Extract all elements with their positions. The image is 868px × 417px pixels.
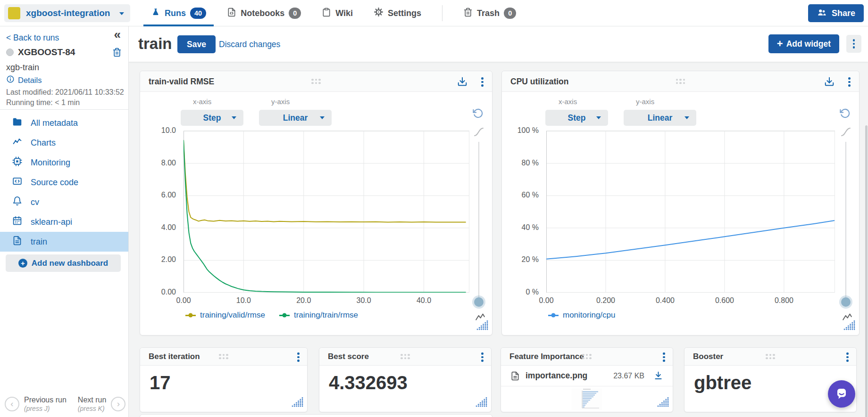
sidebar-item-all-metadata[interactable]: All metadata [0,113,128,133]
chat-bubble-button[interactable] [828,380,855,408]
y-axis-label: y-axis [271,98,290,106]
notebooks-count-badge: 0 [289,8,301,19]
project-logo [8,7,20,19]
widget-menu-icon[interactable] [479,75,485,89]
trash-count-badge: 0 [504,8,516,19]
chevron-down-icon [596,116,601,120]
collapse-sidebar-icon[interactable]: « [114,28,121,41]
resize-handle-icon[interactable] [475,397,487,409]
plus-icon: + [777,39,783,49]
series-line [184,140,466,222]
y-axis-select[interactable]: Linear [624,110,696,126]
run-name: xgb-train [6,63,39,73]
chart-legend: training/valid/rmsetraining/train/rmse [185,311,358,320]
zoom-slider-handle[interactable] [474,297,484,307]
smoothing-curve-icon[interactable] [473,127,484,137]
download-icon[interactable] [653,371,663,381]
legend-marker [548,315,559,316]
drag-handle-icon[interactable] [676,79,685,84]
chart-canvas[interactable] [546,131,835,293]
smoothing-curve-icon[interactable] [840,127,851,137]
reset-zoom-icon[interactable] [840,108,851,119]
sidebar-item-cv[interactable]: cv [0,192,128,212]
tab-wiki[interactable]: Wiki [322,0,353,26]
discard-changes-link[interactable]: Discard changes [219,40,280,49]
chevron-down-icon [684,116,690,120]
sidebar-item-train[interactable]: train [0,232,128,252]
add-new-dashboard-button[interactable]: + Add new dashboard [6,254,121,272]
plus-circle-icon: + [18,259,27,268]
sidebar-item-label: sklearn-api [31,217,72,227]
widget-menu-icon[interactable] [295,351,301,364]
widget-title: Booster [693,352,723,361]
previous-run-button[interactable]: ‹ [5,397,19,411]
tab-notebooks[interactable]: Notebooks 0 [227,0,301,26]
drag-handle-icon[interactable] [219,354,228,360]
widget-header: Best score [319,348,491,366]
folder-icon [12,117,22,129]
flask-icon [151,8,160,19]
sidebar-item-monitoring[interactable]: Monitoring [0,153,128,172]
tab-runs[interactable]: Runs 40 [151,0,206,26]
sidebar-item-label: train [31,237,47,247]
back-to-runs-link[interactable]: < Back to runs [6,33,59,43]
resize-handle-icon[interactable] [291,397,303,409]
download-icon[interactable] [457,76,467,87]
zoom-slider-handle[interactable] [841,297,851,307]
next-run-button[interactable]: › [111,397,125,411]
sidebar-item-label: Charts [31,138,56,148]
x-tick-label: 0.00 [176,296,191,305]
x-axis-select[interactable]: Step [545,110,608,126]
run-sidebar: < Back to runs « XGBOOST-84 xgb-train De… [0,26,129,417]
series-line [546,221,835,259]
drag-handle-icon[interactable] [311,79,321,84]
people-icon [817,8,827,19]
x-tick-label: 0.400 [656,296,675,305]
widget-title: Feature Importance [509,352,584,361]
resize-handle-icon[interactable] [843,320,855,332]
details-link[interactable]: Details [6,75,42,85]
widget-menu-icon[interactable] [661,351,667,364]
zoom-slider-track[interactable] [845,142,846,302]
x-axis-select[interactable]: Step [181,110,243,126]
y-axis-select[interactable]: Linear [259,110,332,126]
y-tick-label: 0 % [526,288,539,296]
reset-zoom-icon[interactable] [473,108,484,119]
drag-handle-icon[interactable] [766,354,775,360]
sidebar-item-source-code[interactable]: Source code [0,172,128,192]
tab-trash[interactable]: Trash 0 [463,0,516,26]
legend-item[interactable]: training/valid/rmse [185,311,265,320]
dashboard-menu-button[interactable] [846,35,861,53]
legend-label: monitoring/cpu [563,311,616,320]
sidebar-item-charts[interactable]: Charts [0,133,128,153]
run-navigation: ‹ Previous run (press J) Next run (press… [5,395,125,413]
delete-run-icon[interactable] [112,48,122,57]
legend-item[interactable]: monitoring/cpu [548,311,616,320]
add-widget-button[interactable]: + Add widget [768,34,839,53]
resize-handle-icon[interactable] [657,397,669,409]
chart-widget-cpu: CPU utilization x-axis Step y-axis Linea… [501,71,860,335]
drag-handle-icon[interactable] [401,354,410,360]
importance-thumbnail[interactable] [572,388,602,412]
sidebar-item-sklearn-api[interactable]: sklearn-api [0,212,128,232]
widget-menu-icon[interactable] [844,351,851,364]
save-button[interactable]: Save [177,35,216,53]
file-row[interactable]: importance.png 23.67 KB [501,366,673,386]
widget-menu-icon[interactable] [846,75,852,89]
chart-plot[interactable] [184,131,469,293]
tab-separator [442,5,442,21]
resize-handle-icon[interactable] [476,320,488,332]
tab-settings[interactable]: Settings [374,0,421,26]
widget-menu-icon[interactable] [479,351,485,364]
drag-handle-icon[interactable] [582,354,592,360]
share-button[interactable]: Share [808,4,864,22]
share-label: Share [832,8,855,18]
legend-item[interactable]: training/train/rmse [279,311,358,320]
calendar-icon [12,216,22,228]
vertical-scrollbar[interactable] [865,125,868,417]
zoom-slider-track[interactable] [478,142,479,302]
project-switcher[interactable]: xgboost-integration [4,4,130,22]
chart-plot[interactable] [546,131,835,293]
download-icon[interactable] [824,76,835,87]
chart-canvas[interactable] [184,131,469,293]
